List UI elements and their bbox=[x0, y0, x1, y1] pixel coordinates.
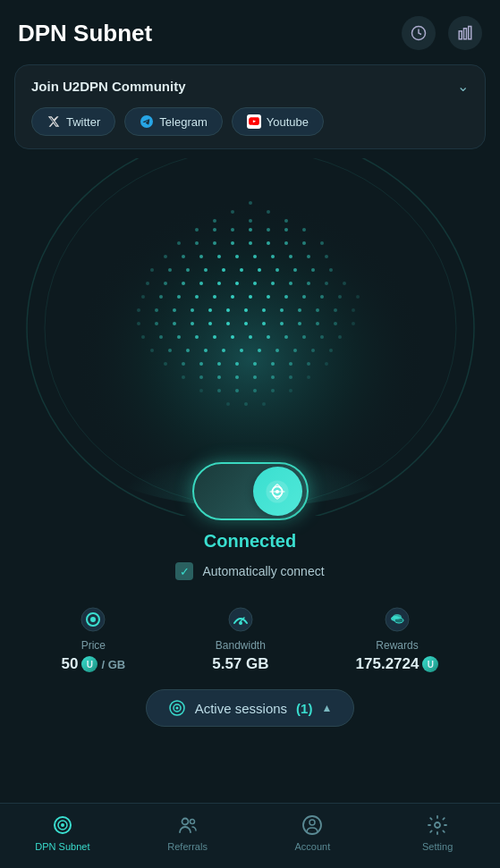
svg-point-126 bbox=[199, 362, 203, 366]
svg-point-114 bbox=[168, 349, 172, 352]
active-sessions-button[interactable]: Active sessions (1) ▲ bbox=[146, 689, 355, 727]
svg-point-20 bbox=[177, 241, 181, 245]
svg-point-23 bbox=[231, 241, 234, 245]
vpn-toggle[interactable] bbox=[192, 462, 309, 520]
svg-point-11 bbox=[249, 219, 252, 223]
svg-point-84 bbox=[298, 308, 301, 312]
collapse-button[interactable]: ⌄ bbox=[457, 78, 469, 95]
svg-point-65 bbox=[195, 295, 199, 299]
svg-point-19 bbox=[302, 228, 306, 232]
svg-rect-2 bbox=[464, 29, 467, 39]
toggle-knob bbox=[253, 467, 302, 516]
svg-point-32 bbox=[217, 255, 221, 258]
twitter-label: Twitter bbox=[66, 115, 100, 129]
svg-point-123 bbox=[329, 349, 333, 352]
auto-connect-row: ✓ Automatically connect bbox=[175, 562, 324, 580]
nav-referrals[interactable]: Referrals bbox=[157, 813, 219, 852]
svg-point-41 bbox=[186, 268, 190, 272]
svg-point-117 bbox=[222, 349, 225, 352]
nav-referrals-label: Referrals bbox=[167, 841, 208, 852]
rewards-coin-icon: U bbox=[422, 656, 438, 672]
svg-point-135 bbox=[199, 375, 203, 379]
stats-row: Price 50 U / GB Bandwidth 5.57 GB bbox=[0, 589, 500, 680]
connection-area: Connected ✓ Automatically connect bbox=[0, 462, 500, 589]
svg-point-98 bbox=[316, 322, 319, 325]
twitter-link[interactable]: Twitter bbox=[31, 107, 115, 136]
bar-chart-icon bbox=[457, 25, 473, 41]
svg-point-100 bbox=[352, 322, 355, 325]
twitter-icon bbox=[47, 114, 61, 129]
svg-point-101 bbox=[141, 335, 145, 339]
active-sessions-bar: Active sessions (1) ▲ bbox=[0, 680, 500, 736]
svg-point-104 bbox=[195, 335, 199, 339]
svg-point-93 bbox=[226, 322, 230, 325]
nav-dpnsubnet[interactable]: DPN Subnet bbox=[31, 813, 94, 852]
svg-point-55 bbox=[235, 282, 239, 285]
telegram-link[interactable]: Telegram bbox=[124, 107, 222, 136]
svg-point-15 bbox=[231, 228, 234, 232]
svg-point-173 bbox=[190, 820, 194, 824]
svg-point-48 bbox=[311, 268, 315, 272]
svg-point-73 bbox=[338, 295, 342, 299]
svg-point-127 bbox=[217, 362, 221, 366]
app-title: DPN Subnet bbox=[18, 20, 152, 47]
svg-point-80 bbox=[226, 308, 230, 312]
svg-point-77 bbox=[173, 308, 176, 312]
youtube-link[interactable]: Youtube bbox=[232, 107, 324, 136]
svg-point-64 bbox=[177, 295, 181, 299]
svg-point-108 bbox=[267, 335, 270, 339]
svg-point-12 bbox=[284, 219, 288, 223]
svg-point-39 bbox=[150, 268, 154, 272]
svg-point-146 bbox=[271, 389, 275, 392]
svg-point-171 bbox=[61, 823, 64, 827]
chart-button[interactable] bbox=[448, 16, 482, 50]
community-links: Twitter Telegram Youtube bbox=[31, 107, 469, 136]
svg-point-130 bbox=[271, 362, 275, 366]
svg-point-26 bbox=[284, 241, 288, 245]
svg-point-14 bbox=[213, 228, 216, 232]
svg-point-21 bbox=[195, 241, 199, 245]
svg-point-95 bbox=[262, 322, 266, 325]
svg-point-74 bbox=[356, 295, 360, 299]
svg-point-168 bbox=[175, 707, 178, 710]
svg-point-107 bbox=[249, 335, 252, 339]
svg-point-62 bbox=[141, 295, 145, 299]
svg-point-37 bbox=[307, 255, 310, 258]
account-nav-icon bbox=[300, 813, 325, 838]
rewards-icon bbox=[381, 603, 413, 636]
rewards-stat: Rewards 175.2724 U bbox=[356, 603, 439, 673]
svg-point-29 bbox=[164, 255, 167, 258]
svg-point-56 bbox=[253, 282, 257, 285]
auto-connect-label: Automatically connect bbox=[202, 564, 324, 578]
header: DPN Subnet bbox=[0, 0, 500, 59]
svg-point-53 bbox=[199, 282, 203, 285]
price-label: Price bbox=[81, 639, 106, 652]
svg-point-76 bbox=[155, 308, 158, 312]
history-button[interactable] bbox=[402, 16, 436, 50]
svg-point-105 bbox=[213, 335, 216, 339]
svg-point-116 bbox=[204, 349, 208, 352]
price-icon bbox=[77, 603, 109, 636]
svg-point-137 bbox=[235, 375, 239, 379]
bandwidth-value: 5.57 GB bbox=[212, 655, 268, 673]
svg-point-111 bbox=[320, 335, 324, 339]
auto-connect-checkbox[interactable]: ✓ bbox=[175, 562, 193, 580]
svg-point-71 bbox=[302, 295, 306, 299]
price-coin-icon: U bbox=[81, 656, 97, 672]
svg-point-67 bbox=[231, 295, 234, 299]
svg-point-78 bbox=[191, 308, 194, 312]
sessions-vpn-icon bbox=[168, 699, 186, 717]
svg-point-63 bbox=[159, 295, 163, 299]
svg-point-57 bbox=[271, 282, 275, 285]
bandwidth-stat: Bandwidth 5.57 GB bbox=[212, 603, 268, 673]
rewards-label: Rewards bbox=[376, 639, 418, 652]
svg-point-141 bbox=[307, 375, 310, 379]
svg-point-85 bbox=[316, 308, 319, 312]
svg-point-7 bbox=[249, 201, 252, 205]
svg-point-40 bbox=[168, 268, 172, 272]
nav-setting[interactable]: Setting bbox=[406, 813, 469, 852]
nav-account[interactable]: Account bbox=[281, 813, 343, 852]
telegram-icon bbox=[140, 114, 154, 129]
svg-point-113 bbox=[150, 349, 154, 352]
svg-point-124 bbox=[164, 362, 167, 366]
